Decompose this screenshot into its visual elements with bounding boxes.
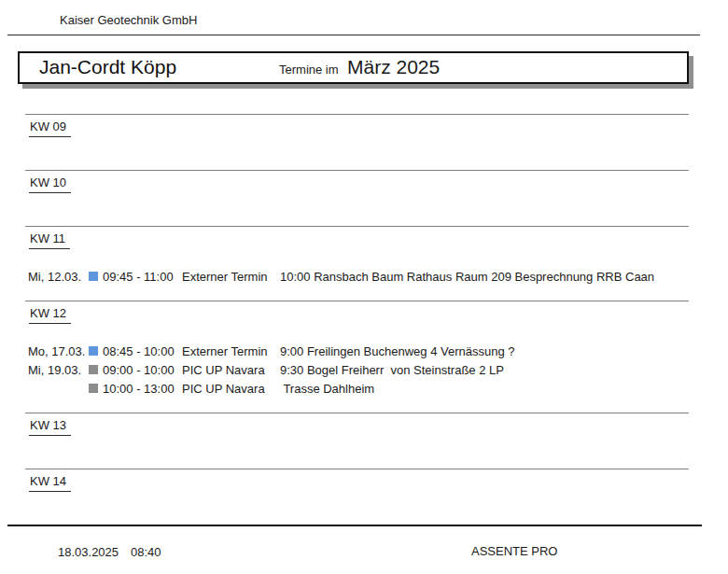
- appointment-day: Mi, 19.03.: [28, 363, 89, 377]
- week-section: KW 11 Mi, 12.03. 09:45 - 11:00 Externer …: [25, 226, 689, 286]
- week-label: KW 14: [29, 474, 71, 492]
- company-name: Kaiser Geotechnik GmbH: [60, 13, 197, 27]
- header-divider: [7, 35, 700, 35]
- appointment-day: Mi, 12.03.: [28, 270, 89, 284]
- appointment-time-range: 09:45 - 11:00: [103, 270, 182, 284]
- appointment-time-range: 10:00 - 13:00: [103, 382, 182, 396]
- week-label: KW 11: [29, 231, 70, 249]
- appointment-description: 9:00 Freilingen Buchenweg 4 Vernässung ?: [280, 344, 515, 358]
- footer-time: 08:40: [131, 545, 161, 559]
- week-sections: KW 09 KW 10 KW 11 Mi, 12.03. 09:45 - 11:…: [25, 114, 689, 525]
- category-color-marker: [89, 384, 98, 393]
- category-color-marker: [89, 272, 98, 281]
- appointment-type: PIC UP Navara: [182, 382, 280, 396]
- week-section: KW 12 Mo, 17.03. 08:45 - 10:00 Externer …: [25, 301, 689, 398]
- footer-app-name: ASSENTE PRO: [471, 544, 557, 558]
- appointment-description: Trasse Dahlheim: [280, 382, 374, 396]
- footer-divider: [7, 525, 702, 526]
- appointment-row: Mo, 17.03. 08:45 - 10:00 Externer Termin…: [25, 342, 689, 360]
- category-color-marker: [89, 346, 98, 356]
- appointment-day: Mo, 17.03.: [28, 344, 89, 358]
- week-section: KW 13: [25, 413, 689, 469]
- report-page: Kaiser Geotechnik GmbH Jan-Cordt Köpp Te…: [0, 0, 728, 574]
- title-month: März 2025: [347, 56, 440, 78]
- week-label: KW 10: [29, 175, 71, 193]
- appointment-row: Mi, 12.03. 09:45 - 11:00 Externer Termin…: [25, 267, 689, 286]
- week-label: KW 13: [29, 418, 71, 436]
- appointment-rows: Mi, 12.03. 09:45 - 11:00 Externer Termin…: [25, 267, 689, 286]
- appointment-row: Mi, 19.03. 09:00 - 10:00 PIC UP Navara 9…: [25, 360, 689, 379]
- appointment-description: 9:30 Bogel Freiherr von Steinstraße 2 LP: [280, 363, 504, 377]
- category-color-marker: [89, 365, 98, 374]
- appointment-type: Externer Termin: [182, 344, 280, 358]
- appointment-type: Externer Termin: [182, 270, 280, 284]
- appointment-time-range: 09:00 - 10:00: [103, 363, 182, 377]
- week-label: KW 09: [29, 119, 71, 137]
- appointment-rows: Mo, 17.03. 08:45 - 10:00 Externer Termin…: [25, 342, 689, 398]
- title-prefix: Termine im: [279, 63, 339, 77]
- week-section: KW 10: [25, 170, 689, 226]
- footer-date: 18.03.2025: [58, 545, 119, 559]
- person-name: Jan-Cordt Köpp: [39, 56, 176, 78]
- week-label: KW 12: [29, 306, 71, 324]
- title-box: Jan-Cordt Köpp Termine im März 2025: [18, 51, 689, 84]
- appointment-description: 10:00 Ransbach Baum Rathaus Raum 209 Bes…: [280, 270, 654, 284]
- appointment-row: 10:00 - 13:00 PIC UP Navara Trasse Dahlh…: [25, 379, 689, 398]
- week-section: KW 09: [25, 114, 689, 170]
- appointment-type: PIC UP Navara: [182, 363, 280, 377]
- appointment-time-range: 08:45 - 10:00: [103, 344, 182, 358]
- week-section: KW 14: [25, 469, 689, 525]
